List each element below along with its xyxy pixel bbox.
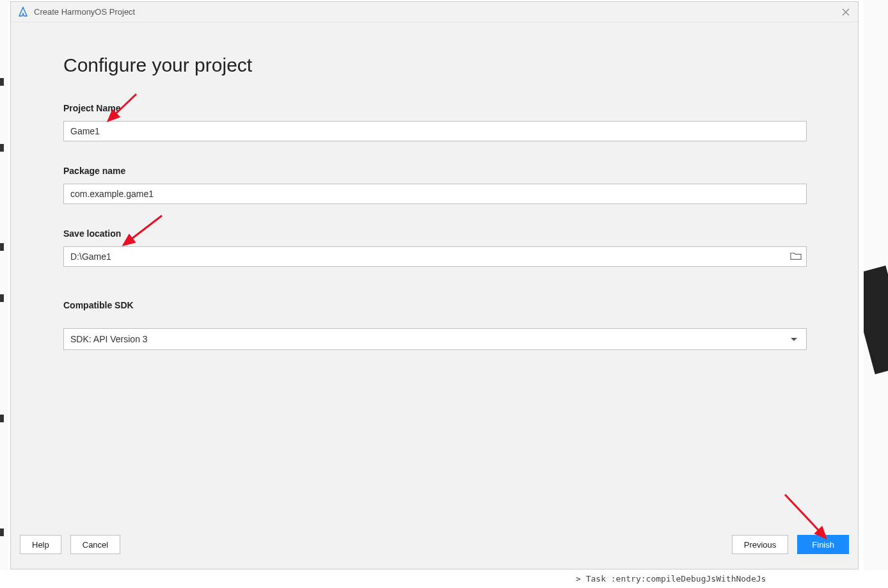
background-left-strip [0, 0, 9, 588]
finish-button[interactable]: Finish [797, 535, 849, 554]
save-location-label: Save location [63, 228, 807, 239]
page-title: Configure your project [63, 54, 807, 76]
project-name-input[interactable] [63, 121, 807, 141]
dialog-titlebar: Create HarmonyOS Project [11, 2, 858, 22]
cancel-button[interactable]: Cancel [70, 535, 120, 554]
dialog-title: Create HarmonyOS Project [34, 7, 135, 17]
package-name-label: Package name [63, 166, 807, 176]
create-project-dialog: Create HarmonyOS Project Configure your … [10, 1, 859, 569]
dialog-body: Configure your project Project Name Pack… [11, 22, 858, 529]
harmonyos-logo-icon [17, 6, 29, 18]
compatible-sdk-select[interactable]: SDK: API Version 3 [63, 328, 807, 350]
background-right-strip [864, 0, 888, 588]
field-project-name: Project Name [63, 103, 807, 141]
chevron-down-icon [791, 338, 797, 341]
field-package-name: Package name [63, 166, 807, 204]
previous-button[interactable]: Previous [732, 535, 789, 554]
project-name-label: Project Name [63, 103, 807, 113]
browse-folder-icon[interactable] [790, 251, 802, 262]
package-name-input[interactable] [63, 184, 807, 204]
help-button[interactable]: Help [20, 535, 61, 554]
field-compatible-sdk: Compatible SDK SDK: API Version 3 [63, 300, 807, 350]
field-save-location: Save location [63, 228, 807, 267]
close-button[interactable] [840, 6, 852, 18]
compatible-sdk-selected-value: SDK: API Version 3 [70, 334, 148, 344]
dialog-footer: Help Cancel Previous Finish [11, 529, 858, 569]
save-location-input[interactable] [63, 246, 807, 267]
compatible-sdk-label: Compatible SDK [63, 300, 807, 310]
background-status-line: > Task :entry:compileDebugJsWithNodeJs [0, 570, 888, 588]
